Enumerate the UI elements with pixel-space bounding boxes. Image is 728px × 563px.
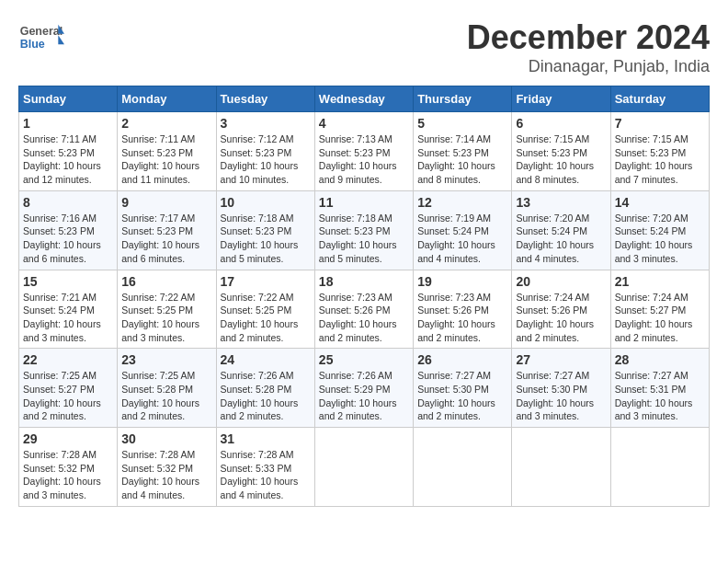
table-row: 28 Sunrise: 7:27 AMSunset: 5:31 PMDaylig… (610, 349, 709, 428)
header-monday: Monday (118, 86, 216, 112)
title-area: December 2024 Dinanagar, Punjab, India (467, 18, 710, 76)
table-row: 24 Sunrise: 7:26 AMSunset: 5:28 PMDaylig… (216, 349, 314, 428)
day-info: Sunrise: 7:28 AMSunset: 5:33 PMDaylight:… (221, 449, 299, 500)
day-info: Sunrise: 7:16 AMSunset: 5:23 PMDaylight:… (23, 213, 101, 264)
day-info: Sunrise: 7:24 AMSunset: 5:26 PMDaylight:… (516, 292, 594, 343)
header-thursday: Thursday (414, 86, 512, 112)
day-number: 6 (516, 116, 606, 131)
day-number: 1 (23, 116, 113, 131)
empty-cell (610, 428, 709, 507)
day-info: Sunrise: 7:22 AMSunset: 5:25 PMDaylight:… (121, 292, 199, 343)
empty-cell (414, 428, 512, 507)
table-row: 19 Sunrise: 7:23 AMSunset: 5:26 PMDaylig… (414, 270, 512, 349)
day-info: Sunrise: 7:20 AMSunset: 5:24 PMDaylight:… (516, 213, 594, 264)
day-info: Sunrise: 7:23 AMSunset: 5:26 PMDaylight:… (319, 292, 397, 343)
day-info: Sunrise: 7:28 AMSunset: 5:32 PMDaylight:… (23, 449, 101, 500)
table-row: 23 Sunrise: 7:25 AMSunset: 5:28 PMDaylig… (118, 349, 216, 428)
day-number: 30 (121, 431, 211, 446)
day-info: Sunrise: 7:19 AMSunset: 5:24 PMDaylight:… (417, 213, 495, 264)
table-row: 31 Sunrise: 7:28 AMSunset: 5:33 PMDaylig… (216, 428, 314, 507)
header-sunday: Sunday (19, 86, 118, 112)
calendar-row: 1 Sunrise: 7:11 AMSunset: 5:23 PMDayligh… (19, 112, 710, 191)
day-info: Sunrise: 7:22 AMSunset: 5:25 PMDaylight:… (221, 292, 299, 343)
day-number: 2 (121, 116, 211, 131)
calendar-header-row: Sunday Monday Tuesday Wednesday Thursday… (19, 86, 710, 112)
day-number: 10 (221, 195, 311, 210)
day-number: 26 (417, 352, 507, 367)
empty-cell (512, 428, 610, 507)
day-number: 25 (319, 352, 409, 367)
table-row: 3 Sunrise: 7:12 AMSunset: 5:23 PMDayligh… (216, 112, 314, 191)
day-info: Sunrise: 7:27 AMSunset: 5:30 PMDaylight:… (516, 370, 594, 421)
table-row: 15 Sunrise: 7:21 AMSunset: 5:24 PMDaylig… (19, 270, 118, 349)
table-row: 18 Sunrise: 7:23 AMSunset: 5:26 PMDaylig… (314, 270, 413, 349)
day-info: Sunrise: 7:17 AMSunset: 5:23 PMDaylight:… (121, 213, 199, 264)
table-row: 11 Sunrise: 7:18 AMSunset: 5:23 PMDaylig… (314, 190, 413, 270)
day-info: Sunrise: 7:25 AMSunset: 5:27 PMDaylight:… (23, 370, 101, 421)
day-info: Sunrise: 7:15 AMSunset: 5:23 PMDaylight:… (516, 133, 594, 185)
day-number: 31 (221, 431, 311, 446)
day-info: Sunrise: 7:12 AMSunset: 5:23 PMDaylight:… (221, 133, 299, 185)
day-number: 23 (121, 352, 211, 367)
day-info: Sunrise: 7:27 AMSunset: 5:31 PMDaylight:… (615, 370, 693, 421)
day-number: 21 (615, 274, 705, 289)
day-info: Sunrise: 7:28 AMSunset: 5:32 PMDaylight:… (121, 449, 199, 500)
month-title: December 2024 (467, 18, 710, 57)
day-info: Sunrise: 7:26 AMSunset: 5:28 PMDaylight:… (221, 370, 299, 421)
day-number: 20 (516, 274, 606, 289)
day-number: 29 (23, 431, 113, 446)
table-row: 7 Sunrise: 7:15 AMSunset: 5:23 PMDayligh… (610, 112, 709, 191)
day-number: 3 (221, 116, 311, 131)
day-info: Sunrise: 7:18 AMSunset: 5:23 PMDaylight:… (221, 213, 299, 264)
day-info: Sunrise: 7:21 AMSunset: 5:24 PMDaylight:… (23, 292, 101, 343)
table-row: 25 Sunrise: 7:26 AMSunset: 5:29 PMDaylig… (314, 349, 413, 428)
day-number: 7 (615, 116, 705, 131)
header: General Blue December 2024 Dinanagar, Pu… (18, 18, 710, 76)
day-info: Sunrise: 7:26 AMSunset: 5:29 PMDaylight:… (319, 370, 397, 421)
day-number: 24 (221, 352, 311, 367)
logo-icon: General Blue (18, 18, 64, 55)
day-info: Sunrise: 7:11 AMSunset: 5:23 PMDaylight:… (121, 133, 199, 185)
table-row: 14 Sunrise: 7:20 AMSunset: 5:24 PMDaylig… (610, 190, 709, 270)
calendar: Sunday Monday Tuesday Wednesday Thursday… (18, 86, 710, 507)
svg-text:Blue: Blue (20, 38, 45, 51)
day-number: 14 (615, 195, 705, 210)
location-title: Dinanagar, Punjab, India (467, 57, 710, 76)
day-info: Sunrise: 7:13 AMSunset: 5:23 PMDaylight:… (319, 133, 397, 185)
table-row: 29 Sunrise: 7:28 AMSunset: 5:32 PMDaylig… (19, 428, 118, 507)
day-number: 12 (417, 195, 507, 210)
day-number: 4 (319, 116, 409, 131)
table-row: 8 Sunrise: 7:16 AMSunset: 5:23 PMDayligh… (19, 190, 118, 270)
table-row: 10 Sunrise: 7:18 AMSunset: 5:23 PMDaylig… (216, 190, 314, 270)
header-saturday: Saturday (610, 86, 709, 112)
calendar-row: 29 Sunrise: 7:28 AMSunset: 5:32 PMDaylig… (19, 428, 710, 507)
day-number: 19 (417, 274, 507, 289)
table-row: 12 Sunrise: 7:19 AMSunset: 5:24 PMDaylig… (414, 190, 512, 270)
header-tuesday: Tuesday (216, 86, 314, 112)
day-info: Sunrise: 7:14 AMSunset: 5:23 PMDaylight:… (417, 133, 495, 185)
calendar-row: 22 Sunrise: 7:25 AMSunset: 5:27 PMDaylig… (19, 349, 710, 428)
logo: General Blue (18, 18, 70, 55)
empty-cell (314, 428, 413, 507)
day-number: 8 (23, 195, 113, 210)
table-row: 2 Sunrise: 7:11 AMSunset: 5:23 PMDayligh… (118, 112, 216, 191)
table-row: 9 Sunrise: 7:17 AMSunset: 5:23 PMDayligh… (118, 190, 216, 270)
table-row: 5 Sunrise: 7:14 AMSunset: 5:23 PMDayligh… (414, 112, 512, 191)
table-row: 16 Sunrise: 7:22 AMSunset: 5:25 PMDaylig… (118, 270, 216, 349)
day-number: 5 (417, 116, 507, 131)
table-row: 26 Sunrise: 7:27 AMSunset: 5:30 PMDaylig… (414, 349, 512, 428)
table-row: 13 Sunrise: 7:20 AMSunset: 5:24 PMDaylig… (512, 190, 610, 270)
day-number: 17 (221, 274, 311, 289)
table-row: 17 Sunrise: 7:22 AMSunset: 5:25 PMDaylig… (216, 270, 314, 349)
day-number: 22 (23, 352, 113, 367)
day-info: Sunrise: 7:27 AMSunset: 5:30 PMDaylight:… (417, 370, 495, 421)
day-number: 11 (319, 195, 409, 210)
header-wednesday: Wednesday (314, 86, 413, 112)
day-info: Sunrise: 7:15 AMSunset: 5:23 PMDaylight:… (615, 133, 693, 185)
day-info: Sunrise: 7:11 AMSunset: 5:23 PMDaylight:… (23, 133, 101, 185)
day-info: Sunrise: 7:23 AMSunset: 5:26 PMDaylight:… (417, 292, 495, 343)
table-row: 21 Sunrise: 7:24 AMSunset: 5:27 PMDaylig… (610, 270, 709, 349)
table-row: 6 Sunrise: 7:15 AMSunset: 5:23 PMDayligh… (512, 112, 610, 191)
day-number: 18 (319, 274, 409, 289)
table-row: 30 Sunrise: 7:28 AMSunset: 5:32 PMDaylig… (118, 428, 216, 507)
